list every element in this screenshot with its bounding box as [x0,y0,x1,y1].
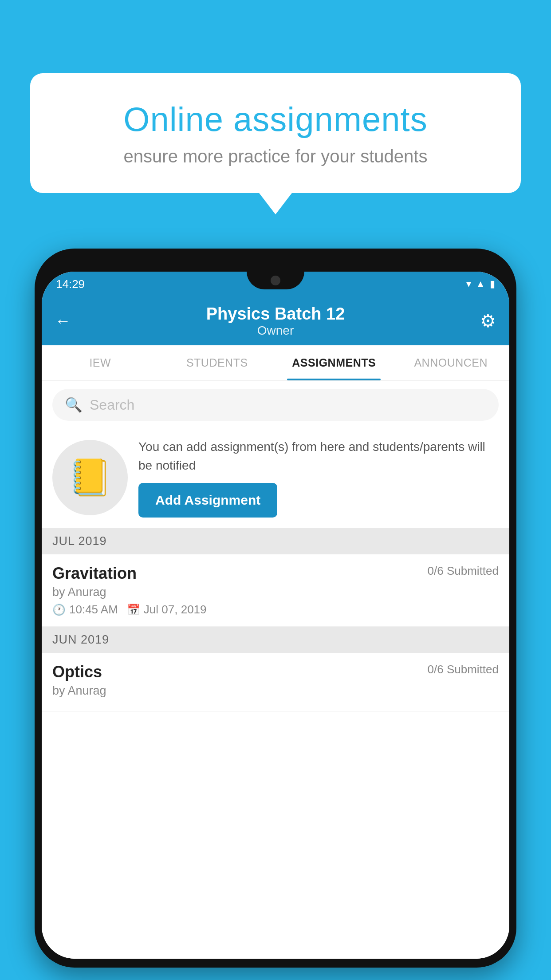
speech-bubble-title: Online assignments [66,100,485,138]
assignment-author-optics: by Anurag [52,684,499,698]
tab-announcements[interactable]: ANNOUNCEN [393,345,510,380]
assignment-date: Jul 07, 2019 [144,603,207,616]
wifi-icon: ▾ [466,278,471,290]
calendar-icon: 📅 [127,604,140,616]
signal-icon: ▲ [476,278,485,290]
assignment-title: Gravitation [52,564,137,583]
search-placeholder-text: Search [90,397,134,413]
month-header-jul: JUL 2019 [42,528,509,554]
assignment-top-row-optics: Optics 0/6 Submitted [52,663,499,681]
clock-icon: 🕐 [52,604,66,616]
assignment-meta: 🕐 10:45 AM 📅 Jul 07, 2019 [52,603,499,616]
phone-screen: 14:29 ▾ ▲ ▮ ← Physics Batch 12 Owner ⚙ I… [42,272,509,959]
assignment-submitted: 0/6 Submitted [428,564,499,578]
batch-title: Physics Batch 12 [206,304,345,324]
promo-icon-circle: 📒 [52,440,128,515]
assignment-submitted-optics: 0/6 Submitted [428,663,499,676]
search-bar[interactable]: 🔍 Search [52,389,499,421]
search-bar-container: 🔍 Search [42,381,509,429]
battery-icon: ▮ [490,278,495,290]
speech-bubble-subtitle: ensure more practice for your students [66,146,485,166]
phone-frame: 14:29 ▾ ▲ ▮ ← Physics Batch 12 Owner ⚙ I… [35,249,516,968]
batch-role: Owner [206,324,345,338]
meta-time: 🕐 10:45 AM [52,603,118,616]
tab-assignments[interactable]: ASSIGNMENTS [276,345,393,380]
status-icons: ▾ ▲ ▮ [466,278,495,290]
meta-date: 📅 Jul 07, 2019 [127,603,207,616]
search-icon: 🔍 [65,396,83,413]
top-bar-center: Physics Batch 12 Owner [206,304,345,338]
notebook-icon: 📒 [68,457,112,498]
assignment-item-gravitation[interactable]: Gravitation 0/6 Submitted by Anurag 🕐 10… [42,554,509,627]
promo-right: You can add assignment(s) from here and … [138,438,499,518]
phone-notch [247,272,304,289]
settings-icon[interactable]: ⚙ [480,311,496,331]
speech-bubble-container: Online assignments ensure more practice … [30,73,521,193]
assignment-title-optics: Optics [52,663,102,681]
app-top-bar: ← Physics Batch 12 Owner ⚙ [42,296,509,345]
tab-overview[interactable]: IEW [42,345,159,380]
screen-content: ← Physics Batch 12 Owner ⚙ IEW STUDENTS … [42,296,509,959]
promo-text: You can add assignment(s) from here and … [138,438,499,475]
front-camera [271,276,280,285]
add-assignment-button[interactable]: Add Assignment [138,483,277,518]
assignment-time: 10:45 AM [69,603,118,616]
tabs-bar: IEW STUDENTS ASSIGNMENTS ANNOUNCEN [42,345,509,381]
assignment-author: by Anurag [52,585,499,599]
assignment-item-optics[interactable]: Optics 0/6 Submitted by Anurag [42,653,509,711]
tab-students[interactable]: STUDENTS [159,345,276,380]
promo-section: 📒 You can add assignment(s) from here an… [42,429,509,528]
content-area: 🔍 Search 📒 You can add assignment(s) fro… [42,381,509,959]
back-button[interactable]: ← [55,312,71,330]
speech-bubble: Online assignments ensure more practice … [30,73,521,193]
status-time: 14:29 [56,277,85,291]
month-header-jun: JUN 2019 [42,627,509,653]
assignment-top-row: Gravitation 0/6 Submitted [52,564,499,583]
